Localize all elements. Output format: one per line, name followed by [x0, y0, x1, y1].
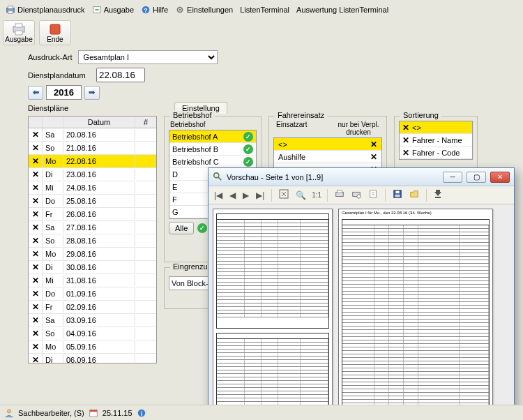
table-row[interactable]: ✕Di30.08.16: [29, 261, 156, 274]
col-x: [29, 117, 43, 128]
list-item[interactable]: ✕Fahrer - Name: [400, 134, 472, 147]
list-item[interactable]: ✕Fahrer - Code: [400, 147, 472, 159]
cell-day: Di: [43, 262, 63, 273]
cell-date: 30.08.16: [63, 262, 135, 273]
table-row[interactable]: ✕Mi31.08.16: [29, 274, 156, 287]
x-icon: ✕: [32, 143, 39, 153]
table-row[interactable]: ✕So28.08.16: [29, 234, 156, 248]
table-row[interactable]: ✕Sa27.08.16: [29, 221, 156, 234]
table-row[interactable]: ✕Sa03.09.16: [29, 314, 156, 327]
svg-rect-19: [370, 190, 377, 198]
cell-num: [135, 266, 156, 269]
table-row[interactable]: ✕Do01.09.16: [29, 287, 156, 301]
zoom-label: 1:1: [312, 191, 321, 199]
cell-num: [135, 359, 156, 361]
col-einsatzart: Einsatzart: [276, 121, 307, 136]
col-drucken: nur bei Verpl. drucken: [338, 121, 379, 136]
menu-label: Dienstplanausdruck: [17, 6, 85, 14]
year-prev-button[interactable]: ⬅: [28, 86, 43, 100]
check-icon: ✓: [197, 223, 207, 233]
cell-date: 02.09.16: [63, 301, 135, 313]
table-row[interactable]: ✕Fr02.09.16: [29, 301, 156, 314]
cell-day: So: [43, 235, 63, 246]
preview-window[interactable]: Vorschau - Seite 1 von [1..9] ─ ▢ ✕ |◀ ◀…: [208, 167, 515, 413]
save-button[interactable]: [391, 188, 404, 202]
cell-day: Di: [43, 169, 63, 180]
list-item[interactable]: Aushilfe✕: [274, 151, 381, 163]
preview-page-2[interactable]: Gesamtplan I für Mo., den 22.08.16 (34. …: [338, 209, 493, 408]
open-button[interactable]: [408, 188, 420, 202]
table-row[interactable]: ✕Mo29.08.16: [29, 248, 156, 261]
list-item[interactable]: Betriebshof A✓: [169, 130, 256, 143]
menu-hilfe[interactable]: ? Hilfe: [141, 5, 168, 15]
print-icon: [6, 5, 15, 15]
close-button[interactable]: ✕: [490, 172, 510, 183]
cell-date: 21.08.16: [63, 142, 135, 153]
nav-prev-button[interactable]: ◀: [228, 189, 237, 202]
info-icon[interactable]: i: [137, 408, 146, 418]
ende-button[interactable]: Ende: [39, 20, 71, 45]
table-row[interactable]: ✕So21.08.16: [29, 142, 156, 155]
table-row[interactable]: ✕Mi24.08.16: [29, 181, 156, 195]
minimize-icon: ─: [450, 173, 455, 181]
print-button[interactable]: [333, 188, 346, 202]
col-datum[interactable]: Datum: [63, 117, 135, 128]
group-title: Betriebshof: [170, 111, 215, 119]
cell-num: [135, 147, 156, 149]
svg-line-13: [218, 177, 221, 179]
ausdruck-art-select[interactable]: Gesamtplan I: [78, 50, 218, 64]
zoom-fit-button[interactable]: [278, 188, 290, 202]
cell-day: Mo: [43, 156, 63, 167]
dienstplandatum-input[interactable]: [96, 68, 145, 82]
item-label: Betriebshof A: [172, 133, 218, 141]
nav-last-button[interactable]: ▶|: [255, 189, 266, 202]
table-row[interactable]: ✕Do25.08.16: [29, 195, 156, 208]
dienstplaene-table[interactable]: Datum # ✕Sa20.08.16✕So21.08.16✕Mo22.08.1…: [28, 116, 157, 363]
cell-date: 23.08.16: [63, 169, 135, 180]
year-display: 2016: [46, 85, 82, 100]
list-item[interactable]: Betriebshof B✓: [169, 143, 256, 156]
table-row[interactable]: ✕Mo22.08.16: [29, 155, 156, 168]
list-item[interactable]: Betriebshof C✓: [169, 156, 256, 168]
menu-ausgabe[interactable]: Ausgabe: [92, 5, 134, 15]
menu-dienstplanausdruck[interactable]: Dienstplanausdruck: [6, 5, 85, 15]
nav-first-button[interactable]: |◀: [213, 189, 224, 202]
list-item[interactable]: <>✕: [274, 138, 381, 151]
print-setup-button[interactable]: [350, 188, 363, 202]
menu-listenterminal[interactable]: ListenTerminal: [240, 6, 289, 14]
svg-rect-10: [15, 31, 22, 35]
menu-einstellungen[interactable]: Einstellungen: [175, 5, 233, 15]
close-preview-button[interactable]: [432, 188, 444, 202]
x-icon: ✕: [32, 276, 39, 285]
table-row[interactable]: ✕Di06.09.16: [29, 354, 156, 363]
cell-day: Mo: [43, 341, 63, 352]
table-row[interactable]: ✕Mo05.09.16: [29, 340, 156, 354]
x-icon: ✕: [32, 302, 39, 312]
maximize-button[interactable]: ▢: [467, 172, 486, 183]
alle-button[interactable]: Alle: [169, 222, 194, 234]
list-item[interactable]: ✕<>: [400, 121, 472, 134]
table-row[interactable]: ✕So04.09.16: [29, 327, 156, 340]
year-next-button[interactable]: ➡: [84, 86, 100, 100]
x-icon: ✕: [32, 289, 39, 299]
cell-date: 25.08.16: [63, 195, 135, 207]
sortierung-list[interactable]: ✕<>✕Fahrer - Name✕Fahrer - Code: [399, 121, 473, 160]
cell-day: Sa: [43, 222, 63, 233]
col-num[interactable]: #: [135, 117, 156, 128]
table-row[interactable]: ✕Fr26.08.16: [29, 208, 156, 221]
minimize-button[interactable]: ─: [443, 172, 462, 183]
cell-num: [135, 226, 156, 229]
zoom-button[interactable]: 🔍: [294, 189, 308, 202]
export-button[interactable]: [367, 188, 379, 202]
item-label: <>: [412, 123, 421, 132]
menu-auswertung[interactable]: Auswertung ListenTerminal: [296, 6, 388, 14]
table-row[interactable]: ✕Sa20.08.16: [29, 128, 156, 142]
col-day: [43, 117, 63, 128]
ausgabe-button[interactable]: Ausgabe: [3, 20, 35, 45]
table-row[interactable]: ✕Di23.08.16: [29, 168, 156, 181]
nav-next-button[interactable]: ▶: [241, 189, 250, 202]
preview-page-1[interactable]: document.write(Array(28).fill(0).map(()=…: [213, 209, 333, 408]
preview-body[interactable]: document.write(Array(28).fill(0).map(()=…: [209, 204, 514, 412]
x-icon: ✕: [370, 152, 377, 162]
cell-num: [135, 253, 156, 255]
